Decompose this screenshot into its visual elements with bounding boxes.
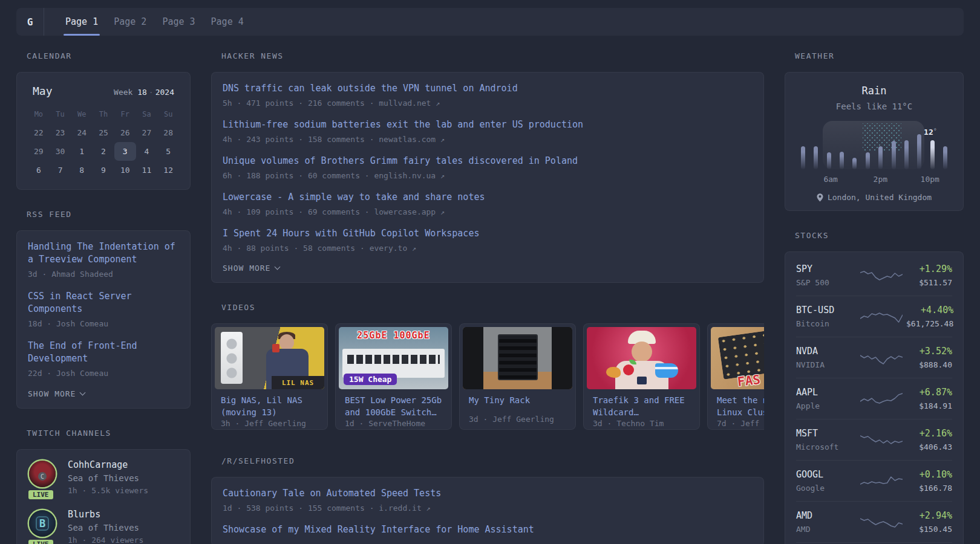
stock-change: +0.10% <box>906 469 952 480</box>
hn-item-meta: 4h · 109 points · 69 comments · lowercas… <box>223 207 753 216</box>
hn-item-title[interactable]: I Spent 24 Hours with GitHub Copilot Wor… <box>223 227 753 240</box>
time-label: 2pm <box>874 175 887 184</box>
weather-bars <box>800 118 949 169</box>
live-badge: LIVE <box>27 539 54 544</box>
calendar-day: 2 <box>93 142 114 161</box>
stock-price: $166.78 <box>906 484 952 493</box>
video-card[interactable]: FAS Meet the n Linux Clus 7d · Jeff <box>707 323 764 430</box>
video-title: Big NAS, Lil NAS <box>221 394 318 406</box>
stock-price: $406.43 <box>906 442 952 452</box>
stock-row[interactable]: AAPL Apple +6.87% $184.91 <box>796 378 952 419</box>
stocks-section: STOCKS SPY S&P 500 +1.29% $511.57 <box>785 231 964 544</box>
weather-card: Rain Feels like 11°C 12° 6am 2pm 10pm Lo… <box>785 72 964 211</box>
video-thumbnail <box>463 327 572 389</box>
stock-row[interactable]: BTC-USD Bitcoin +4.40% $61,725.48 <box>796 296 952 337</box>
external-link-icon: ↗ <box>440 172 445 180</box>
rss-item-title[interactable]: Handling The Indentation of a Treeview C… <box>28 241 179 266</box>
video-card[interactable]: 25GbE 100GbE 15W Cheap BEST Low Power 25… <box>335 323 452 430</box>
reddit-item-title[interactable]: Showcase of my Mixed Reality Interface f… <box>223 523 753 536</box>
video-meta: 3h · Jeff Geerling <box>221 419 318 428</box>
rss-item-title[interactable]: The End of Front-End Development <box>28 340 179 365</box>
video-title: Meet the n <box>717 394 764 406</box>
stock-sparkline <box>860 391 903 407</box>
rss-item-title[interactable]: CSS in React Server Components <box>28 290 179 316</box>
hn-item-meta: 5h · 471 points · 216 comments · mullvad… <box>223 99 753 108</box>
stock-row[interactable]: GOOGL Google +0.10% $166.78 <box>796 461 952 502</box>
video-meta: 7d · Jeff <box>717 419 764 428</box>
pc-tower-art <box>221 332 243 384</box>
tab-page-3[interactable]: Page 3 <box>154 8 203 36</box>
stock-row[interactable]: SPY S&P 500 +1.29% $511.57 <box>796 255 952 296</box>
hn-item-title[interactable]: Lithium-free sodium batteries exit the l… <box>223 118 753 131</box>
avatar: C <box>29 461 56 487</box>
chevron-down-icon <box>275 264 281 270</box>
weather-peak-temp: 12° <box>924 128 937 137</box>
calendar-day: 8 <box>71 161 93 180</box>
map-pin-icon <box>817 193 823 202</box>
stock-name: AMD <box>796 525 857 534</box>
navbar: G Page 1 Page 2 Page 3 Page 4 <box>16 8 964 36</box>
weather-chart: 12° 6am 2pm 10pm <box>800 118 949 184</box>
hn-show-more-button[interactable]: SHOW MORE <box>223 264 753 273</box>
calendar-label: CALENDAR <box>27 51 191 60</box>
left-column: CALENDAR May Week 18·2024 Mo Tu We Th Fr… <box>16 51 191 544</box>
rss-item: The End of Front-End Development 22d · J… <box>28 340 179 378</box>
video-thumbnail: LIL NAS <box>215 327 324 389</box>
stock-ticker: MSFT <box>796 428 857 439</box>
reddit-section: /R/SELFHOSTED Cautionary Tale on Automat… <box>211 456 764 544</box>
stock-ticker: GOOGL <box>796 469 857 480</box>
weather-location: London, United Kingdom <box>797 193 951 202</box>
external-link-icon: ↗ <box>440 135 445 144</box>
live-badge: LIVE <box>27 489 54 500</box>
stock-row[interactable]: AMD AMD +2.94% $150.45 <box>796 502 952 543</box>
twitch-channel-row[interactable]: C LIVE CohhCarnage Sea of Thieves 1h · 5… <box>28 459 179 495</box>
stock-sparkline <box>860 309 903 325</box>
calendar-day: 12 <box>157 161 179 180</box>
calendar-month: May <box>33 85 53 97</box>
video-card[interactable]: Traefik 3 and FREE Wildcard… 3d · Techno… <box>583 323 700 430</box>
rss-show-more-button[interactable]: SHOW MORE <box>28 389 179 398</box>
calendar-day: 22 <box>28 123 50 142</box>
app-logo[interactable]: G <box>16 8 44 36</box>
calendar-day: 28 <box>157 123 179 142</box>
hn-item: Lithium-free sodium batteries exit the l… <box>223 118 753 144</box>
stock-price: $184.91 <box>906 401 952 410</box>
hn-item-title[interactable]: DNS traffic can leak outside the VPN tun… <box>223 82 753 95</box>
tab-page-4[interactable]: Page 4 <box>203 8 252 36</box>
rss-item-meta: 3d · Ahmad Shadeed <box>28 270 179 279</box>
twitch-channel-row[interactable]: B LIVE Blurbs Sea of Thieves 1h · 264 vi… <box>28 509 179 544</box>
weekday-header: Th <box>93 105 114 123</box>
stock-name: Microsoft <box>796 442 857 452</box>
reddit-item-title[interactable]: Cautionary Tale on Automated Speed Tests <box>223 487 753 500</box>
calendar-day: 27 <box>136 123 158 142</box>
stock-change: +2.16% <box>906 428 952 439</box>
stock-row[interactable]: NVDA NVIDIA +3.52% $888.40 <box>796 337 952 378</box>
twitch-section: TWITCH CHANNELS C LIVE CohhCarnage Sea o… <box>16 429 191 544</box>
reddit-item: Cautionary Tale on Automated Speed Tests… <box>223 487 753 513</box>
videos-section: VIDEOS LIL NAS Big NAS, Lil NAS <box>211 303 764 430</box>
rss-card: Handling The Indentation of a Treeview C… <box>16 230 191 409</box>
stock-ticker: AAPL <box>796 387 857 398</box>
stock-change: +4.40% <box>906 305 953 316</box>
videos-label: VIDEOS <box>221 303 764 312</box>
tab-page-1[interactable]: Page 1 <box>57 8 106 36</box>
hn-item-title[interactable]: Unique volumes of Brothers Grimm fairy t… <box>223 155 753 167</box>
calendar-day: 30 <box>50 142 71 161</box>
stock-row[interactable]: MSFT Microsoft +2.16% $406.43 <box>796 419 952 461</box>
tab-page-2[interactable]: Page 2 <box>106 8 154 36</box>
external-link-icon: ↗ <box>426 504 431 513</box>
video-row: LIL NAS Big NAS, Lil NAS (moving 13) 3h … <box>211 323 764 430</box>
server-rack-art <box>498 334 538 380</box>
video-card[interactable]: My Tiny Rack 3d · Jeff Geerling <box>459 323 576 430</box>
stock-price: $511.57 <box>906 278 952 287</box>
hn-item-title[interactable]: Lowercase - A simple way to take and sha… <box>223 191 753 204</box>
video-title: BEST Low Power 25GbE <box>345 394 442 406</box>
external-link-icon: ↗ <box>436 99 440 108</box>
lock-icon <box>637 377 647 384</box>
stock-price: $150.45 <box>906 525 952 534</box>
video-title: Linux Clus <box>717 406 764 418</box>
video-title: Traefik 3 and FREE <box>593 394 690 406</box>
video-card[interactable]: LIL NAS Big NAS, Lil NAS (moving 13) 3h … <box>211 323 328 430</box>
time-label: 10pm <box>921 175 939 184</box>
stock-change: +6.87% <box>906 387 952 398</box>
